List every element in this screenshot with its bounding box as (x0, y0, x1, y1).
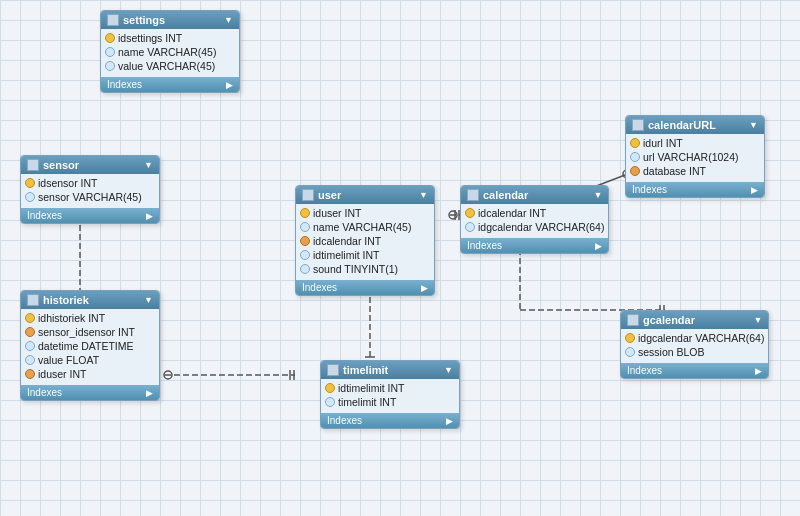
field-icon-field (105, 47, 115, 57)
field-text: value VARCHAR(45) (118, 60, 215, 72)
table-row: name VARCHAR(45) (296, 220, 434, 234)
indexes-expand-icon[interactable]: ▶ (421, 283, 428, 293)
table-header-sensor: sensor▼ (21, 156, 159, 174)
table-name-user: user (318, 189, 341, 201)
indexes-expand-icon[interactable]: ▶ (751, 185, 758, 195)
table-header-calendar: calendar▼ (461, 186, 608, 204)
table-icon-calendarURL (632, 119, 644, 131)
table-header-calendarURL: calendarURL▼ (626, 116, 764, 134)
table-timelimit[interactable]: timelimit▼idtimelimit INTtimelimit INTIn… (320, 360, 460, 429)
table-row: name VARCHAR(45) (101, 45, 239, 59)
table-sensor[interactable]: sensor▼idsensor INTsensor VARCHAR(45)Ind… (20, 155, 160, 224)
table-footer-sensor[interactable]: Indexes▶ (21, 208, 159, 223)
table-collapse-historiek[interactable]: ▼ (144, 295, 153, 305)
table-gcalendar[interactable]: gcalendar▼idgcalendar VARCHAR(64)session… (620, 310, 769, 379)
table-header-historiek: historiek▼ (21, 291, 159, 309)
field-text: idgcalendar VARCHAR(64) (638, 332, 764, 344)
table-footer-gcalendar[interactable]: Indexes▶ (621, 363, 768, 378)
field-text: idsensor INT (38, 177, 98, 189)
table-row: timelimit INT (321, 395, 459, 409)
svg-point-10 (449, 211, 457, 219)
field-text: iduser INT (38, 368, 86, 380)
field-text: idhistoriek INT (38, 312, 105, 324)
table-collapse-gcalendar[interactable]: ▼ (754, 315, 763, 325)
indexes-expand-icon[interactable]: ▶ (595, 241, 602, 251)
table-settings[interactable]: settings▼idsettings INTname VARCHAR(45)v… (100, 10, 240, 93)
field-text: idgcalendar VARCHAR(64) (478, 221, 604, 233)
field-icon-field (25, 355, 35, 365)
table-body-timelimit: idtimelimit INTtimelimit INT (321, 379, 459, 411)
table-historiek[interactable]: historiek▼idhistoriek INTsensor_idsensor… (20, 290, 160, 401)
table-row: idgcalendar VARCHAR(64) (621, 331, 768, 345)
field-icon-key (325, 383, 335, 393)
table-name-sensor: sensor (43, 159, 79, 171)
field-text: idtimelimit INT (338, 382, 405, 394)
table-row: value FLOAT (21, 353, 159, 367)
table-row: idcalendar INT (461, 206, 608, 220)
table-row: idgcalendar VARCHAR(64) (461, 220, 608, 234)
table-body-gcalendar: idgcalendar VARCHAR(64)session BLOB (621, 329, 768, 361)
field-text: idtimelimit INT (313, 249, 380, 261)
table-collapse-calendar[interactable]: ▼ (594, 190, 603, 200)
table-collapse-user[interactable]: ▼ (419, 190, 428, 200)
field-icon-fk (25, 369, 35, 379)
field-icon-key (465, 208, 475, 218)
table-header-user: user▼ (296, 186, 434, 204)
table-icon-gcalendar (627, 314, 639, 326)
table-footer-calendar[interactable]: Indexes▶ (461, 238, 608, 253)
field-text: value FLOAT (38, 354, 99, 366)
field-icon-fk (300, 236, 310, 246)
table-footer-settings[interactable]: Indexes▶ (101, 77, 239, 92)
indexes-expand-icon[interactable]: ▶ (755, 366, 762, 376)
table-body-sensor: idsensor INTsensor VARCHAR(45) (21, 174, 159, 206)
field-icon-field (300, 250, 310, 260)
table-body-settings: idsettings INTname VARCHAR(45)value VARC… (101, 29, 239, 75)
table-row: iduser INT (21, 367, 159, 381)
table-icon-user (302, 189, 314, 201)
field-icon-key (25, 178, 35, 188)
table-body-historiek: idhistoriek INTsensor_idsensor INTdateti… (21, 309, 159, 383)
indexes-expand-icon[interactable]: ▶ (226, 80, 233, 90)
field-icon-fk (630, 166, 640, 176)
table-calendar[interactable]: calendar▼idcalendar INTidgcalendar VARCH… (460, 185, 609, 254)
table-row: iduser INT (296, 206, 434, 220)
table-collapse-timelimit[interactable]: ▼ (444, 365, 453, 375)
field-text: sensor_idsensor INT (38, 326, 135, 338)
field-icon-field (625, 347, 635, 357)
field-icon-key (630, 138, 640, 148)
table-footer-user[interactable]: Indexes▶ (296, 280, 434, 295)
table-row: idurl INT (626, 136, 764, 150)
table-row: value VARCHAR(45) (101, 59, 239, 73)
field-icon-field (25, 192, 35, 202)
table-row: sensor VARCHAR(45) (21, 190, 159, 204)
indexes-label: Indexes (327, 415, 362, 426)
table-header-timelimit: timelimit▼ (321, 361, 459, 379)
table-name-settings: settings (123, 14, 165, 26)
table-row: idtimelimit INT (296, 248, 434, 262)
indexes-expand-icon[interactable]: ▶ (146, 211, 153, 221)
field-icon-field (465, 222, 475, 232)
table-footer-calendarURL[interactable]: Indexes▶ (626, 182, 764, 197)
table-user[interactable]: user▼iduser INTname VARCHAR(45)idcalenda… (295, 185, 435, 296)
table-row: sensor_idsensor INT (21, 325, 159, 339)
table-collapse-settings[interactable]: ▼ (224, 15, 233, 25)
table-icon-historiek (27, 294, 39, 306)
table-row: idsensor INT (21, 176, 159, 190)
field-icon-field (300, 222, 310, 232)
table-collapse-calendarURL[interactable]: ▼ (749, 120, 758, 130)
field-icon-key (625, 333, 635, 343)
indexes-expand-icon[interactable]: ▶ (146, 388, 153, 398)
field-text: idcalendar INT (478, 207, 546, 219)
field-text: name VARCHAR(45) (118, 46, 216, 58)
field-text: idsettings INT (118, 32, 182, 44)
table-calendarURL[interactable]: calendarURL▼idurl INTurl VARCHAR(1024)da… (625, 115, 765, 198)
table-row: idtimelimit INT (321, 381, 459, 395)
table-footer-historiek[interactable]: Indexes▶ (21, 385, 159, 400)
indexes-label: Indexes (627, 365, 662, 376)
indexes-expand-icon[interactable]: ▶ (446, 416, 453, 426)
table-collapse-sensor[interactable]: ▼ (144, 160, 153, 170)
indexes-label: Indexes (632, 184, 667, 195)
table-footer-timelimit[interactable]: Indexes▶ (321, 413, 459, 428)
indexes-label: Indexes (27, 387, 62, 398)
table-icon-timelimit (327, 364, 339, 376)
